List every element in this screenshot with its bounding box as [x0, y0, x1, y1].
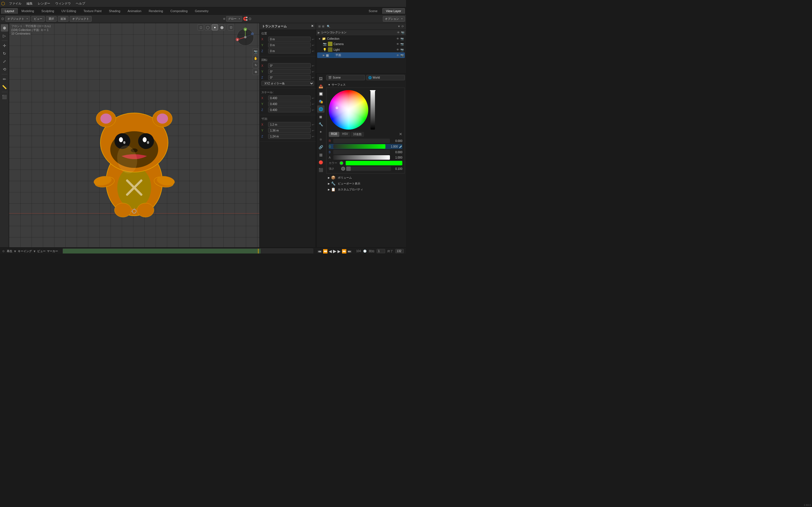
prev-frame-btn[interactable]: ◀ [329, 249, 332, 253]
scale-y-reset[interactable]: ↩ [312, 103, 314, 106]
rot-z-reset[interactable]: ↩ [312, 76, 314, 79]
physics-props-btn[interactable]: ⚛ [317, 136, 324, 143]
annotate-tool[interactable]: ✏ [1, 75, 8, 83]
options-dropdown[interactable]: オプション [383, 16, 405, 22]
timeline-scrubber[interactable] [63, 248, 313, 254]
navigation-gizmo[interactable]: Y X [234, 26, 257, 48]
marker-label[interactable]: マーカー [47, 249, 58, 253]
outliner-filter-sort[interactable]: ▼ [398, 25, 400, 28]
dim-y-input[interactable] [268, 128, 311, 133]
pos-y-reset[interactable]: ↩ [312, 44, 314, 47]
pos-x-reset[interactable]: ↩ [312, 38, 314, 41]
texture-props-btn[interactable]: ⬛ [317, 166, 324, 173]
move-tool[interactable]: ✛ [1, 42, 8, 49]
keying-label[interactable]: キーイング [18, 249, 32, 253]
transform-icon[interactable]: ⊕ [223, 17, 225, 20]
next-keyframe-btn[interactable]: ⏩ [342, 249, 347, 253]
strength-dot[interactable] [341, 167, 345, 171]
camera-cam[interactable]: 📷 [400, 43, 404, 46]
tab-view-layer[interactable]: View Layer [382, 8, 405, 14]
collection-cam[interactable]: 📷 [400, 37, 404, 40]
viewport-display-toggle[interactable]: ▶ 🔧 ビューポート表示 [326, 180, 405, 186]
timeline-engine-icon[interactable]: ⊙ [2, 249, 4, 252]
play-btn[interactable]: ▶ [333, 248, 336, 253]
scale-z-input[interactable] [268, 107, 311, 112]
r-slider[interactable] [333, 138, 390, 143]
color-dot[interactable] [340, 161, 343, 165]
menu-edit[interactable]: 編集 [24, 1, 35, 6]
transform-dropdown[interactable]: グロー [226, 16, 243, 22]
strength-slider[interactable] [346, 166, 391, 171]
rot-x-reset[interactable]: ↩ [312, 64, 314, 67]
viewport-camera-btn[interactable]: 📷 [253, 48, 259, 55]
scene-props-btn[interactable]: 🎭 [317, 98, 324, 105]
rot-y-reset[interactable]: ↩ [312, 70, 314, 73]
mode-icon[interactable]: ⊙ [1, 17, 4, 21]
menu-render[interactable]: レンダー [36, 1, 52, 6]
pos-y-input[interactable] [268, 43, 311, 48]
plane-eye[interactable]: 👁 [396, 54, 399, 57]
object-menu[interactable]: オブジェクト [70, 16, 92, 22]
custom-props-toggle[interactable]: ▶ 📋 カスタムプロパティ [326, 186, 405, 192]
jump-start-btn[interactable]: ⏮ [318, 249, 322, 253]
tab-geometry[interactable]: Geometry [191, 8, 212, 14]
brightness-bar[interactable] [370, 90, 375, 129]
scale-z-reset[interactable]: ↩ [312, 108, 314, 112]
3d-cursor[interactable] [132, 209, 137, 214]
outliner-collection[interactable]: ▼ 📁 Collection 👁 📷 [317, 36, 405, 41]
prev-keyframe-btn[interactable]: ⏪ [323, 249, 327, 253]
pos-z-input[interactable] [268, 48, 311, 54]
tab-uv-editing[interactable]: UV Editing [58, 8, 80, 14]
output-props-btn[interactable]: 📤 [317, 82, 324, 90]
tab-modeling[interactable]: Modeling [18, 8, 38, 14]
light-eye[interactable]: 👁 [396, 48, 399, 51]
next-frame-btn[interactable]: ▶ [338, 249, 341, 253]
constraint-props-btn[interactable]: 🔗 [317, 144, 324, 151]
tab-layout[interactable]: Layout [1, 8, 18, 14]
plane-cam[interactable]: 📷 [400, 54, 404, 57]
material-props-btn[interactable]: 🔴 [317, 159, 324, 166]
scene-dropdown[interactable]: 🎬 Scene [326, 75, 365, 80]
tab-animation[interactable]: Animation [124, 8, 145, 14]
scale-y-input[interactable] [268, 101, 311, 107]
dim-y-reset[interactable]: ↩ [312, 129, 314, 132]
rgb-tab[interactable]: RGB [329, 132, 340, 137]
viewport-hand-btn[interactable]: ✋ [253, 55, 259, 61]
modifier-props-btn[interactable]: 🔧 [317, 121, 324, 128]
snap-icon[interactable]: 🧲 [243, 17, 248, 21]
collection-eye-icon[interactable]: 👁 [397, 31, 400, 34]
mode-dropdown[interactable]: オブジェクト [5, 16, 30, 22]
rot-y-input[interactable] [268, 69, 311, 74]
outliner-light[interactable]: 💡 Light 👁 📷 [317, 47, 405, 52]
tab-texture-paint[interactable]: Texture Paint [80, 8, 105, 14]
view-layer-props-btn[interactable]: 🔲 [317, 90, 324, 98]
cursor-tool[interactable]: ⊕ [1, 24, 8, 32]
collection-render-icon[interactable]: 📷 [401, 31, 404, 34]
world-dropdown[interactable]: 🌐 World [366, 75, 405, 80]
world-props-btn[interactable]: 🌐 [317, 105, 324, 113]
outliner-filter-icon[interactable]: ⊞ [318, 25, 320, 28]
measure-tool[interactable]: 📏 [1, 83, 8, 91]
dim-z-input[interactable] [268, 134, 311, 139]
viewport-zoom-btn[interactable]: ⊕ [253, 69, 259, 75]
data-props-btn[interactable]: ▦ [317, 151, 324, 158]
dim-x-input[interactable] [268, 122, 311, 127]
overlay-btn[interactable]: ⊡ [228, 24, 234, 31]
pos-x-input[interactable] [268, 37, 311, 42]
euler-dropdown[interactable]: XYZ オイラー角 [261, 81, 314, 86]
select-tool[interactable]: ▷ [1, 32, 8, 40]
collection-eye[interactable]: 👁 [396, 37, 399, 40]
viewport-pan-btn[interactable]: ↻ [253, 62, 259, 68]
outliner-plane[interactable]: ▶ ▦ 平面 👁 📷 [317, 52, 405, 58]
scale-x-reset[interactable]: ↩ [312, 97, 314, 100]
a-slider[interactable] [333, 155, 390, 160]
outliner-camera[interactable]: 📷 Camera 👁 📷 [317, 41, 405, 47]
surface-section-toggle[interactable]: ▼ サーフェス [326, 82, 405, 88]
wireframe-mode-btn[interactable]: ◻ [198, 24, 204, 31]
color-preview-swatch[interactable] [346, 161, 402, 165]
volume-section-toggle[interactable]: ▶ 📦 ボリューム [326, 175, 405, 180]
render-mode-btn[interactable]: ⬤ [219, 24, 225, 31]
rot-z-input[interactable] [268, 75, 311, 80]
viewport[interactable]: フロント・平行投影 (ローカル) (104) Collection | 平面: … [9, 23, 259, 247]
dim-z-reset[interactable]: ↩ [312, 135, 314, 138]
